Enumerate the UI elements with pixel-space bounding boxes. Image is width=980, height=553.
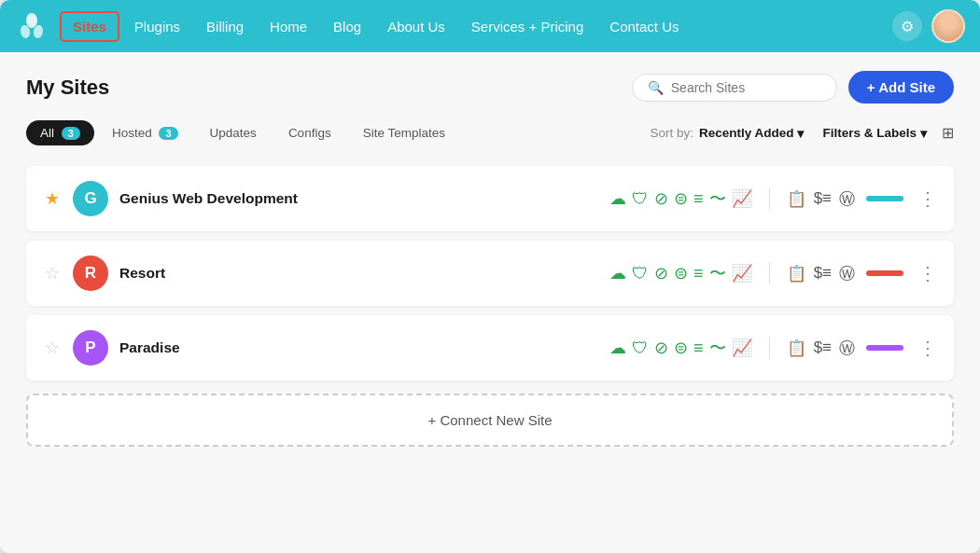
search-bar: 🔍	[632, 74, 837, 102]
nav-contact[interactable]: Contact Us	[598, 13, 690, 40]
action-icons: 📋 $≡ Ⓦ	[787, 263, 855, 284]
site-color-bar	[866, 345, 903, 351]
nav-blog[interactable]: Blog	[322, 13, 372, 40]
action-icons: 📋 $≡ Ⓦ	[787, 338, 855, 359]
cloud-icon: ☁	[609, 338, 626, 358]
shield-icon: 🛡	[632, 264, 649, 283]
nav-billing[interactable]: Billing	[195, 13, 255, 40]
circle-slash-icon: ⊘	[654, 188, 668, 209]
avatar[interactable]	[931, 9, 965, 43]
sites-list: ★ G Genius Web Development ☁ 🛡 ⊘ ⊜ ≡ 〜 📈…	[26, 166, 954, 390]
search-input[interactable]	[671, 80, 820, 95]
cloud-icon: ☁	[609, 188, 626, 209]
divider	[769, 187, 770, 210]
site-row: ☆ R Resort ☁ 🛡 ⊘ ⊜ ≡ 〜 📈 📋 $≡ Ⓦ	[26, 241, 954, 306]
document-icon[interactable]: 📋	[787, 189, 806, 209]
menu-icon: ≡	[693, 339, 704, 358]
more-options-icon[interactable]: ⋮	[918, 337, 937, 359]
sort-label: Sort by:	[650, 126, 693, 140]
hosted-count: 3	[159, 127, 177, 140]
connect-label: + Connect New Site	[428, 412, 553, 428]
sort-by: Sort by: Recently Added ▾	[650, 126, 804, 141]
site-status-icons: ☁ 🛡 ⊘ ⊜ ≡ 〜 📈	[609, 337, 752, 359]
site-status-icons: ☁ 🛡 ⊘ ⊜ ≡ 〜 📈	[609, 262, 752, 284]
circle-slash-icon: ⊘	[654, 338, 668, 358]
all-count: 3	[62, 127, 80, 140]
site-row: ☆ P Paradise ☁ 🛡 ⊘ ⊜ ≡ 〜 📈 📋 $≡ Ⓦ	[26, 315, 954, 380]
filter-updates[interactable]: Updates	[196, 120, 271, 145]
site-avatar: P	[73, 330, 108, 366]
chart-icon: 📈	[732, 188, 752, 209]
nav-sites[interactable]: Sites	[60, 11, 119, 42]
site-color-bar	[866, 196, 903, 201]
filter-site-templates[interactable]: Site Templates	[349, 120, 459, 145]
divider	[769, 337, 770, 359]
star-icon[interactable]: ★	[43, 188, 62, 209]
svg-point-0	[26, 13, 37, 28]
site-name: Paradise	[119, 339, 598, 356]
document-icon[interactable]: 📋	[787, 264, 806, 283]
shield-icon: 🛡	[632, 339, 649, 358]
site-avatar: G	[73, 181, 108, 216]
site-color-bar	[866, 270, 903, 276]
filter-configs[interactable]: Configs	[274, 120, 345, 145]
filter-all[interactable]: All 3	[26, 120, 94, 145]
billing-icon[interactable]: $≡	[814, 189, 832, 208]
filter-hosted[interactable]: Hosted 3	[98, 120, 192, 145]
action-icons: 📋 $≡ Ⓦ	[787, 188, 855, 210]
settings-icon[interactable]: ⚙	[892, 11, 922, 41]
logo	[15, 9, 49, 43]
menu-icon: ≡	[693, 189, 704, 209]
cloud-icon: ☁	[609, 263, 626, 283]
document-icon[interactable]: 📋	[787, 339, 806, 358]
menu-icon: ≡	[693, 264, 704, 283]
nav-home[interactable]: Home	[259, 13, 318, 40]
filters-labels-button[interactable]: Filters & Labels ▾	[822, 126, 927, 141]
chart-icon: 📈	[732, 338, 752, 358]
page-title: My Sites	[26, 76, 632, 100]
layers-icon: ⊜	[674, 338, 688, 358]
top-row: My Sites 🔍 + Add Site	[26, 71, 954, 104]
layers-icon: ⊜	[674, 188, 688, 209]
star-icon[interactable]: ☆	[43, 263, 62, 283]
pulse-icon: 〜	[709, 262, 726, 284]
add-site-button[interactable]: + Add Site	[848, 71, 954, 104]
grid-view-icon[interactable]: ⊞	[942, 124, 954, 142]
more-options-icon[interactable]: ⋮	[918, 187, 937, 210]
nav-services[interactable]: Services + Pricing	[460, 13, 595, 40]
pulse-icon: 〜	[709, 337, 726, 359]
connect-new-site-button[interactable]: + Connect New Site	[26, 394, 954, 447]
main-content: My Sites 🔍 + Add Site All 3 Hosted 3 Upd…	[0, 52, 980, 553]
layers-icon: ⊜	[674, 263, 688, 283]
navbar: Sites Plugins Billing Home Blog About Us…	[0, 0, 980, 52]
nav-about[interactable]: About Us	[376, 13, 456, 40]
wordpress-icon[interactable]: Ⓦ	[839, 263, 855, 284]
divider	[769, 262, 770, 284]
pulse-icon: 〜	[709, 187, 726, 210]
circle-slash-icon: ⊘	[654, 263, 668, 283]
more-options-icon[interactable]: ⋮	[918, 262, 937, 284]
site-name: Genius Web Development	[119, 190, 598, 207]
site-status-icons: ☁ 🛡 ⊘ ⊜ ≡ 〜 📈	[609, 187, 752, 210]
site-row: ★ G Genius Web Development ☁ 🛡 ⊘ ⊜ ≡ 〜 📈…	[26, 166, 954, 231]
billing-icon[interactable]: $≡	[814, 339, 832, 357]
billing-icon[interactable]: $≡	[814, 264, 832, 283]
site-name: Resort	[119, 265, 598, 282]
star-icon[interactable]: ☆	[43, 338, 62, 358]
nav-plugins[interactable]: Plugins	[123, 13, 191, 40]
sort-select[interactable]: Recently Added ▾	[699, 126, 805, 141]
filter-bar: All 3 Hosted 3 Updates Configs Site Temp…	[26, 120, 954, 151]
site-avatar: R	[73, 256, 108, 291]
wordpress-icon[interactable]: Ⓦ	[839, 338, 855, 359]
search-icon: 🔍	[648, 80, 664, 95]
wordpress-icon[interactable]: Ⓦ	[839, 188, 855, 210]
chart-icon: 📈	[732, 263, 752, 283]
shield-icon: 🛡	[632, 189, 649, 209]
